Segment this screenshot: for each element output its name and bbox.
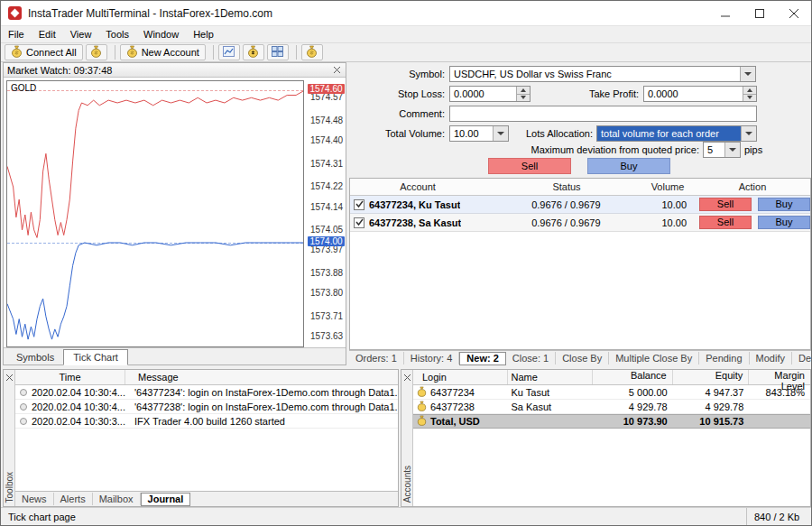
status-text: Tick chart page (1, 512, 746, 522)
header-volume[interactable]: Volume (648, 181, 695, 192)
symbol-select[interactable]: USDCHF, US Dollar vs Swiss Franc (449, 66, 756, 82)
tab-tick-chart[interactable]: Tick Chart (63, 349, 128, 365)
market-watch-close-button[interactable] (331, 65, 342, 76)
order-volume: 10.00 (647, 199, 694, 210)
row-sell-button[interactable]: Sell (699, 216, 752, 229)
menu-edit[interactable]: Edit (32, 27, 63, 42)
account-row[interactable]: 64377238 Sa Kasut 4 929.78 4 929.78 (413, 400, 810, 414)
new-account-label: New Account (142, 47, 199, 58)
total-volume-select[interactable]: 10.00 (449, 125, 509, 142)
take-profit-value: 0.0000 (644, 87, 743, 101)
toolbox-close-button[interactable] (4, 372, 14, 383)
axis-tick-label: 1573.71 (310, 311, 343, 321)
account-balance: 4 929.78 (593, 401, 673, 412)
journal-row[interactable]: 2020.02.04 10:30:3... IFX Trader 4.00 bu… (15, 414, 398, 429)
accounts-panel: Accounts Login Name Balance Equity Margi… (401, 369, 811, 507)
header-status[interactable]: Status (485, 181, 648, 192)
lots-allocation-select[interactable]: total volume for each order (596, 125, 757, 142)
menu-view[interactable]: View (63, 27, 99, 42)
tab-news[interactable]: News (15, 493, 54, 505)
tab-close[interactable]: Close: 1 (506, 352, 556, 365)
spin-up-icon[interactable] (517, 87, 530, 94)
menu-help[interactable]: Help (186, 27, 221, 42)
lots-allocation-value: total volume for each order (597, 126, 741, 141)
header-account[interactable]: Account (350, 181, 485, 192)
header-balance[interactable]: Balance (593, 370, 673, 384)
menu-tools[interactable]: Tools (98, 27, 136, 42)
journal-row[interactable]: 2020.02.04 10:30:4... '64377238': login … (15, 400, 398, 414)
row-sell-button[interactable]: Sell (699, 198, 752, 211)
menu-bar: File Edit View Tools Window Help (1, 26, 811, 43)
tab-modify[interactable]: Modify (750, 352, 792, 365)
header-name[interactable]: Name (508, 370, 594, 384)
spin-up-icon[interactable] (743, 87, 756, 94)
maximize-button[interactable] (743, 1, 777, 25)
tab-mailbox[interactable]: Mailbox (93, 493, 141, 505)
header-margin-level[interactable]: Margin Level (749, 370, 810, 384)
account-equity: 4 947.37 (673, 387, 750, 398)
header-action[interactable]: Action (695, 181, 810, 192)
take-profit-stepper[interactable] (743, 87, 756, 101)
row-buy-button[interactable]: Buy (758, 198, 810, 211)
order-row[interactable]: 64377238, Sa Kasut 0.9676 / 0.9679 10.00… (350, 214, 810, 232)
header-equity[interactable]: Equity (673, 370, 750, 384)
tile-windows-button[interactable] (267, 44, 289, 60)
header-message[interactable]: Message (125, 370, 398, 384)
tick-chart-plot[interactable]: GOLD (6, 80, 304, 347)
tick-chart-tool-button[interactable] (218, 44, 240, 60)
spin-down-icon[interactable] (517, 94, 530, 102)
total-volume-value: 10.00 (450, 126, 493, 141)
connect-all-button[interactable]: Connect All (5, 44, 83, 60)
buy-button[interactable]: Buy (587, 158, 670, 174)
money-bag-icon (90, 45, 102, 60)
bid-line (7, 243, 304, 339)
total-equity: 10 915.73 (673, 416, 750, 427)
account-checkbox[interactable] (354, 217, 364, 228)
journal-row[interactable]: 2020.02.04 10:30:4... '64377234': login … (15, 385, 398, 400)
tab-close-by[interactable]: Close By (556, 352, 609, 365)
minimize-button[interactable] (708, 1, 743, 25)
deposit-tool-button[interactable] (301, 44, 323, 60)
chevron-down-icon[interactable] (493, 126, 508, 141)
status-bar: Tick chart page 840 / 2 Kb (1, 507, 811, 525)
tile-windows-icon (272, 46, 283, 59)
menu-file[interactable]: File (1, 27, 32, 42)
order-row[interactable]: 64377234, Ku Tasut 0.9676 / 0.9679 10.00… (350, 196, 810, 214)
menu-window[interactable]: Window (136, 27, 186, 42)
header-time[interactable]: Time (15, 370, 125, 384)
accounts-tool-button[interactable] (243, 44, 264, 60)
accounts-close-button[interactable] (401, 372, 412, 383)
account-checkbox[interactable] (354, 199, 364, 210)
account-row[interactable]: 64377234 Ku Tasut 5 000.00 4 947.37 843.… (413, 385, 810, 400)
chevron-down-icon[interactable] (740, 67, 755, 81)
money-bag-icon (417, 386, 427, 399)
tick-chart[interactable]: GOLD 1574.571574.481574.401574.311574.22… (4, 78, 346, 347)
chevron-down-icon[interactable] (741, 126, 756, 141)
spin-down-icon[interactable] (743, 94, 756, 102)
tab-multiple-close-by[interactable]: Multiple Close By (609, 352, 699, 365)
tab-new[interactable]: New: 2 (459, 352, 505, 365)
trade-panel: Symbol: USDCHF, US Dollar vs Swiss Franc… (349, 62, 811, 365)
sell-button[interactable]: Sell (488, 158, 571, 174)
max-deviation-select[interactable]: 5 (703, 142, 741, 158)
row-buy-button[interactable]: Buy (758, 216, 810, 229)
stop-loss-input[interactable]: 0.0000 (449, 86, 531, 102)
close-button[interactable] (777, 1, 811, 25)
tab-orders[interactable]: Orders: 1 (349, 352, 404, 365)
tab-delete[interactable]: Delete (792, 352, 812, 365)
header-login[interactable]: Login (413, 370, 508, 384)
new-account-button[interactable]: New Account (120, 44, 206, 60)
take-profit-input[interactable]: 0.0000 (643, 86, 757, 102)
maximize-icon (755, 9, 764, 18)
tab-alerts[interactable]: Alerts (54, 493, 93, 505)
chevron-down-icon[interactable] (724, 143, 740, 157)
max-deviation-label: Maximum deviation from quoted price: (439, 142, 699, 158)
tab-history[interactable]: History: 4 (404, 352, 459, 365)
tab-symbols[interactable]: Symbols (7, 350, 63, 365)
tab-journal[interactable]: Journal (141, 493, 191, 506)
stop-loss-stepper[interactable] (516, 87, 530, 101)
tab-pending[interactable]: Pending (699, 352, 749, 365)
account-tool-button[interactable] (86, 44, 107, 60)
toolbox-tabs: News Alerts Mailbox Journal (15, 491, 398, 506)
comment-input[interactable] (449, 106, 757, 122)
